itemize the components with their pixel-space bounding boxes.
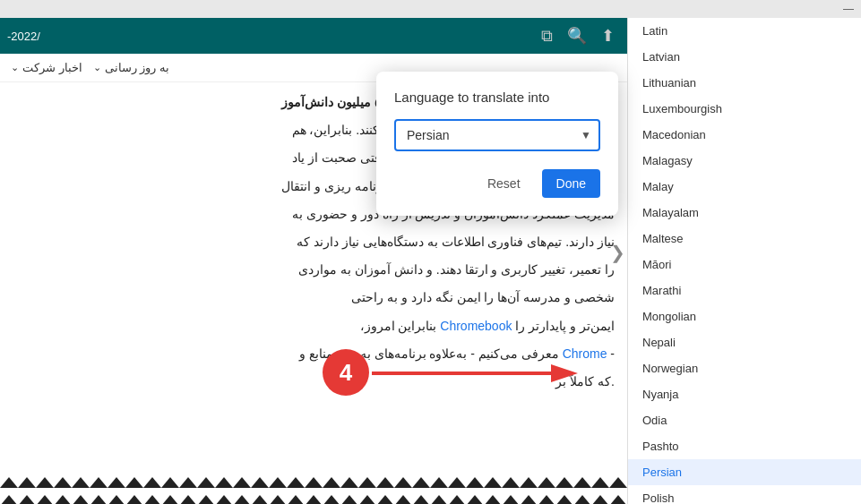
lang-item-latvian[interactable]: Latvian [628, 44, 861, 70]
lang-item-mongolian[interactable]: Mongolian [628, 303, 861, 329]
lang-item-malayalam[interactable]: Malayalam [628, 200, 861, 226]
arrow-svg [372, 361, 578, 386]
red-arrow [372, 361, 578, 389]
lang-item-pashto[interactable]: Pashto [628, 433, 861, 459]
lang-item-luxembourgish[interactable]: Luxembourgish [628, 96, 861, 122]
lang-item-nepali[interactable]: Nepali [628, 329, 861, 355]
copy-icon[interactable]: ⧉ [534, 23, 559, 48]
lang-item-odia[interactable]: Odia [628, 407, 861, 433]
lang-item-macedonian[interactable]: Macedonian [628, 122, 861, 148]
lang-item-latin[interactable]: Latin [628, 18, 861, 44]
date-nav-item[interactable]: به روز رسانی ⌄ [93, 61, 169, 74]
svg-rect-1 [0, 470, 627, 504]
chevron-panel-icon[interactable]: ❯ [610, 242, 625, 263]
step-number: 4 [340, 359, 352, 387]
lang-item-marathi[interactable]: Marathi [628, 278, 861, 303]
wavy-svg [0, 470, 627, 504]
article-line-7: را تعمیر، تغییر کاربری و ارتقا دهند. و د… [13, 259, 615, 281]
article-line-6: نیاز دارند. تیم‌های فناوری اطلاعات به دس… [13, 231, 615, 253]
chromebook-link[interactable]: Chromebook [440, 319, 512, 333]
top-bar-controls: ⧉ 🔍 ⬆ [534, 23, 620, 48]
news-nav-item[interactable]: اخبار شرکت ⌄ [11, 61, 82, 74]
lang-item-malay[interactable]: Malay [628, 174, 861, 200]
article-line-chrome: ایمن‌تر و پایدارتر را Chromebook بنابرای… [13, 315, 615, 337]
top-bar: -2022/ ⧉ 🔍 ⬆ [0, 18, 627, 54]
wavy-bottom [0, 470, 627, 504]
date-label: به روز رسانی [105, 61, 169, 74]
article-line-8: شخصی و مدرسه آن‌ها را ایمن نگه دارد و به… [13, 286, 615, 309]
window-controls: — [0, 0, 861, 18]
lang-item-maori[interactable]: Māori [628, 252, 861, 278]
lang-item-maltese[interactable]: Maltese [628, 226, 861, 252]
dialog-actions: Reset Done [394, 169, 600, 198]
share-icon[interactable]: ⬆ [595, 23, 620, 48]
lang-item-lithuanian[interactable]: Lithuanian [628, 70, 861, 96]
step-indicator: 4 [323, 349, 369, 396]
date-chevron: ⌄ [93, 62, 101, 73]
language-list: LatinLatvianLithuanianLuxembourgishMaced… [628, 18, 861, 504]
zoom-icon[interactable]: 🔍 [564, 23, 590, 48]
translate-dialog: Language to translate into Persian Engli… [376, 72, 618, 216]
dialog-select-wrapper: Persian English Arabic French German Spa… [394, 119, 600, 151]
path-label: -2022/ [7, 30, 40, 43]
lang-item-persian[interactable]: Persian [628, 459, 861, 485]
lang-item-norwegian[interactable]: Norwegian [628, 355, 861, 381]
news-chevron: ⌄ [11, 62, 19, 73]
dialog-title: Language to translate into [394, 90, 600, 105]
news-label: اخبار شرکت [22, 61, 82, 74]
minimize-btn[interactable]: — [843, 3, 854, 15]
language-sidebar: LatinLatvianLithuanianLuxembourgishMaced… [627, 18, 861, 504]
lang-item-malagasy[interactable]: Malagasy [628, 148, 861, 174]
reset-button[interactable]: Reset [473, 169, 535, 198]
chrome-link[interactable]: Chrome [563, 346, 607, 361]
lang-item-polish[interactable]: Polish [628, 485, 861, 504]
svg-marker-3 [551, 364, 578, 382]
language-select[interactable]: Persian English Arabic French German Spa… [394, 119, 600, 151]
done-button[interactable]: Done [542, 169, 600, 198]
lang-item-nyanja[interactable]: Nyanja [628, 381, 861, 407]
